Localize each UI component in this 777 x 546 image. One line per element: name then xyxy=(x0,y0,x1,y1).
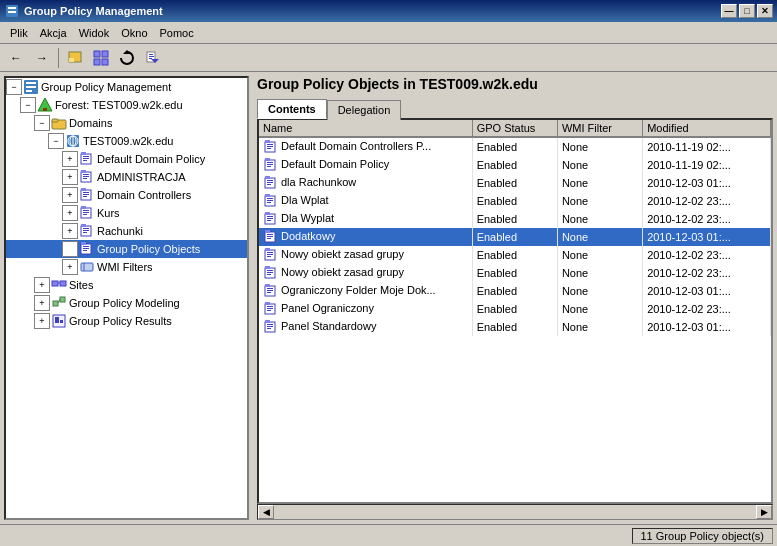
gpo-row-icon xyxy=(263,301,279,317)
window-controls[interactable]: — □ ✕ xyxy=(721,4,773,18)
tree-item-kurs[interactable]: +Kurs xyxy=(6,204,247,222)
cell-wmi: None xyxy=(557,192,642,210)
tree-expander-rachunki[interactable]: + xyxy=(62,223,78,239)
tree-expander-kurs[interactable]: + xyxy=(62,205,78,221)
svg-rect-106 xyxy=(267,272,273,273)
svg-rect-30 xyxy=(83,158,89,159)
tree-item-gpr[interactable]: +Group Policy Results xyxy=(6,312,247,330)
gpo-table-container[interactable]: Name GPO Status WMI Filter Modified Defa… xyxy=(257,118,773,504)
tree-expander-gpm2[interactable]: + xyxy=(34,295,50,311)
forward-button[interactable]: → xyxy=(30,47,54,69)
tree-icon-sites xyxy=(51,277,67,293)
gpo-row-icon xyxy=(263,157,279,173)
cell-wmi: None xyxy=(557,282,642,300)
tree-item-rachunki[interactable]: +Rachunki xyxy=(6,222,247,240)
scroll-right-btn[interactable]: ▶ xyxy=(756,505,772,519)
cell-wmi: None xyxy=(557,174,642,192)
tree-item-admin[interactable]: +ADMINISTRACJA xyxy=(6,168,247,186)
svg-rect-104 xyxy=(265,266,270,269)
table-row[interactable]: Default Domain Controllers P...EnabledNo… xyxy=(259,137,771,156)
tree-item-ddp[interactable]: +Default Domain Policy xyxy=(6,150,247,168)
tree-expander-sites[interactable]: + xyxy=(34,277,50,293)
menu-view[interactable]: Widok xyxy=(73,25,116,41)
tree-expander-dc[interactable]: + xyxy=(62,187,78,203)
cell-modified: 2010-12-02 23:... xyxy=(643,192,771,210)
col-name[interactable]: Name xyxy=(259,120,472,137)
menu-file[interactable]: Plik xyxy=(4,25,34,41)
gpo-row-icon xyxy=(263,247,279,263)
export-button[interactable] xyxy=(141,47,165,69)
scroll-left-btn[interactable]: ◀ xyxy=(258,505,274,519)
table-row[interactable]: Dla WyplatEnabledNone2010-12-02 23:... xyxy=(259,210,771,228)
table-row[interactable]: DodatkowyEnabledNone2010-12-03 01:... xyxy=(259,228,771,246)
tree-expander-admin[interactable]: + xyxy=(62,169,78,185)
table-row[interactable]: Panel StandardowyEnabledNone2010-12-03 0… xyxy=(259,318,771,336)
svg-rect-48 xyxy=(81,224,86,227)
table-row[interactable]: Default Domain PolicyEnabledNone2010-11-… xyxy=(259,156,771,174)
menu-window[interactable]: Okno xyxy=(115,25,153,41)
svg-rect-51 xyxy=(83,232,87,233)
table-row[interactable]: dla RachunkowEnabledNone2010-12-03 01:..… xyxy=(259,174,771,192)
view-button[interactable] xyxy=(89,47,113,69)
minimize-button[interactable]: — xyxy=(721,4,737,18)
tree-item-wmi[interactable]: +WMI Filters xyxy=(6,258,247,276)
gpo-row-icon xyxy=(263,283,279,299)
up-button[interactable] xyxy=(63,47,87,69)
tree-expander-ddp[interactable]: + xyxy=(62,151,78,167)
refresh-button[interactable] xyxy=(115,47,139,69)
close-button[interactable]: ✕ xyxy=(757,4,773,18)
tree-item-gpo[interactable]: −Group Policy Objects xyxy=(6,240,247,258)
tree-item-gpm[interactable]: −Group Policy Management xyxy=(6,78,247,96)
svg-rect-7 xyxy=(94,59,100,65)
tree-expander-domains[interactable]: − xyxy=(34,115,50,131)
gpo-row-icon xyxy=(263,229,279,245)
menu-action[interactable]: Akcja xyxy=(34,25,73,41)
tab-contents[interactable]: Contents xyxy=(257,99,327,119)
cell-wmi: None xyxy=(557,228,642,246)
tree-icon-gpo xyxy=(79,151,95,167)
tree-item-dc[interactable]: +Domain Controllers xyxy=(6,186,247,204)
tree-expander-gpm[interactable]: − xyxy=(6,79,22,95)
tree-expander-forest[interactable]: − xyxy=(20,97,36,113)
main-area: −Group Policy Management−Forest: TEST009… xyxy=(0,72,777,524)
svg-rect-90 xyxy=(267,216,273,217)
col-wmi[interactable]: WMI Filter xyxy=(557,120,642,137)
maximize-button[interactable]: □ xyxy=(739,4,755,18)
tree-icon-gpo xyxy=(79,223,95,239)
svg-rect-100 xyxy=(267,252,273,253)
table-row[interactable]: Ograniczony Folder Moje Dok...EnabledNon… xyxy=(259,282,771,300)
svg-rect-41 xyxy=(83,196,87,197)
table-row[interactable]: Nowy obiekt zasad grupyEnabledNone2010-1… xyxy=(259,246,771,264)
svg-rect-45 xyxy=(83,212,89,213)
svg-rect-114 xyxy=(265,302,270,305)
table-row[interactable]: Dla WplatEnabledNone2010-12-02 23:... xyxy=(259,192,771,210)
svg-rect-57 xyxy=(81,263,93,271)
left-pane-tree[interactable]: −Group Policy Management−Forest: TEST009… xyxy=(4,76,249,520)
horizontal-scrollbar[interactable]: ◀ ▶ xyxy=(257,504,773,520)
table-row[interactable]: Nowy obiekt zasad grupyEnabledNone2010-1… xyxy=(259,264,771,282)
tree-item-gpm2[interactable]: +Group Policy Modeling xyxy=(6,294,247,312)
tab-delegation[interactable]: Delegation xyxy=(327,100,402,120)
tree-item-test009[interactable]: −TEST009.w2k.edu xyxy=(6,132,247,150)
tree-expander-test009[interactable]: − xyxy=(48,133,64,149)
tree-icon-domain xyxy=(65,133,81,149)
tree-item-domains[interactable]: −Domains xyxy=(6,114,247,132)
svg-rect-121 xyxy=(267,326,273,327)
col-status[interactable]: GPO Status xyxy=(472,120,557,137)
right-pane-title: Group Policy Objects in TEST009.w2k.edu xyxy=(257,76,773,92)
title-bar: Group Policy Management — □ ✕ xyxy=(0,0,777,22)
tree-expander-wmi[interactable]: + xyxy=(62,259,78,275)
svg-rect-2 xyxy=(8,11,16,13)
tree-expander-gpo[interactable]: − xyxy=(62,241,78,257)
menu-help[interactable]: Pomoc xyxy=(154,25,200,41)
col-modified[interactable]: Modified xyxy=(643,120,771,137)
right-pane: Group Policy Objects in TEST009.w2k.edu … xyxy=(257,76,773,520)
tree-item-forest[interactable]: −Forest: TEST009.w2k.edu xyxy=(6,96,247,114)
back-button[interactable]: ← xyxy=(4,47,28,69)
tree-icon-folder xyxy=(51,115,67,131)
svg-rect-107 xyxy=(267,274,271,275)
tree-item-sites[interactable]: +Sites xyxy=(6,276,247,294)
table-row[interactable]: Panel OgraniczonyEnabledNone2010-12-02 2… xyxy=(259,300,771,318)
tree-expander-gpr[interactable]: + xyxy=(34,313,50,329)
svg-rect-18 xyxy=(26,90,32,92)
